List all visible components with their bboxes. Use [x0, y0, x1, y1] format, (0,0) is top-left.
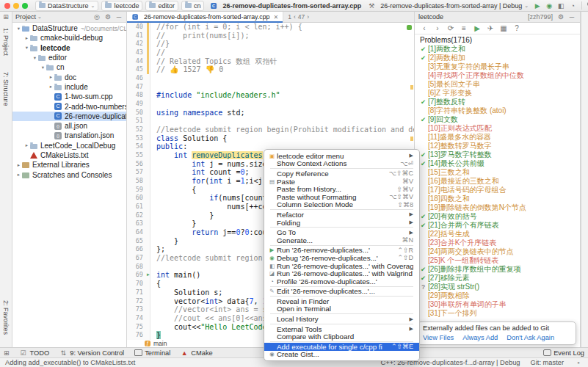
code-line[interactable]: 44// Related Topics 数组 双指针	[127, 57, 414, 66]
pick-random-icon[interactable]: ▦	[499, 24, 508, 33]
gutter[interactable]: 50	[127, 109, 150, 117]
expand-closed-icon[interactable]: ▸	[15, 162, 22, 168]
gutter[interactable]: 59	[127, 186, 150, 195]
tree-item[interactable]: CMakeLists.txt	[12, 150, 126, 160]
tree-item[interactable]: translation.json	[12, 131, 126, 140]
debug-icon[interactable]: ◉	[545, 1, 553, 10]
breadcrumb-item[interactable]: editor	[145, 1, 178, 11]
tree-item[interactable]: ▸External Libraries	[12, 160, 126, 170]
code-line[interactable]: 50using namespace std;	[127, 109, 414, 117]
gutter[interactable]: 73	[127, 305, 150, 314]
breadcrumb-function[interactable]: main	[153, 340, 167, 347]
problem-item[interactable]: [3]无重复字符的最长子串	[415, 62, 580, 71]
tree-item[interactable]: ▾editor	[12, 53, 126, 62]
problem-item[interactable]: ✔[20]有效的括号	[415, 212, 580, 221]
locate-icon[interactable]: ◎	[92, 12, 101, 21]
chevron-down-icon[interactable]: ⌄	[37, 14, 42, 20]
menu-item-compare-with-clipboard[interactable]: Compare with Clipboard	[264, 333, 419, 341]
run-icon[interactable]: ▶	[533, 1, 542, 10]
problem-item[interactable]: [30]串联所有单词的子串	[415, 300, 580, 309]
tree-item[interactable]: all.json	[12, 121, 126, 131]
breadcrumb-file[interactable]: 26-remove-duplicates-from-sorted-array.c…	[207, 1, 364, 10]
tree-item[interactable]: ▾cn	[12, 62, 126, 72]
bell-icon[interactable]: ●	[574, 358, 583, 367]
tool-window-button-9-version-control[interactable]: ⇅9: Version Control	[59, 349, 124, 357]
tool-window-switcher-icon[interactable]: ⊞	[0, 13, 12, 21]
problem-item[interactable]: [11]盛最多水的容器	[415, 133, 580, 142]
menu-item-create-gist[interactable]: ◉Create Gist...	[264, 351, 419, 359]
tree-item[interactable]: ▸include	[12, 82, 126, 92]
gutter[interactable]: 48	[127, 91, 150, 100]
code-line[interactable]: 47	[127, 83, 414, 92]
code-line[interactable]: 45// 👍 1527 👎 0	[127, 65, 414, 74]
menu-item-profile-26-remove-duplicates[interactable]: ◔Profile '26-remove-duplicates...'	[264, 277, 419, 286]
chevron-left-icon[interactable]: ‹	[294, 13, 296, 21]
code-line[interactable]: 51	[127, 117, 414, 126]
menu-item-show-context-actions[interactable]: Show Context Actions⌥⏎	[264, 160, 419, 168]
problem-item[interactable]: ✔[7]整数反转	[415, 98, 580, 106]
problem-item[interactable]: [6]Z 字形变换	[415, 89, 580, 98]
tree-item[interactable]: ▸LeetCode_LocalDebug	[12, 141, 126, 150]
problem-item[interactable]: [8]字符串转换整数 (atoi)	[415, 106, 580, 115]
menu-item-debug-26-remove-duplicates[interactable]: ◉Debug '26-remove-duplicates...'⌃⇧D	[264, 254, 419, 262]
hide-icon[interactable]: ─	[115, 12, 123, 21]
menu-item-column-selection-mode[interactable]: Column Selection Mode⇧⌘8	[264, 201, 419, 209]
gutter[interactable]: 58	[127, 177, 150, 186]
gutter[interactable]: 55	[127, 151, 150, 160]
code-line[interactable]: 42//}	[127, 40, 414, 48]
problem-item[interactable]: ✔[1]两数之和	[415, 45, 580, 54]
problem-item[interactable]: ✔[13]罗马数字转整数	[415, 150, 580, 159]
problem-item[interactable]: [31]下一个排列	[415, 309, 580, 318]
expand-closed-icon[interactable]: ▸	[48, 74, 54, 80]
run-config-selector[interactable]: 26-remove-duplicates-from-sorted-array |…	[380, 2, 529, 10]
gutter[interactable]: 43	[127, 48, 150, 57]
menu-item-run-26-remove-duplicates[interactable]: ▶Run '26-remove-duplicates...'⌃⇧R	[264, 247, 419, 255]
tool-window-button-structure[interactable]: 7: Structure	[2, 72, 10, 106]
menu-item-paste[interactable]: ▤Paste⌘V	[264, 178, 419, 186]
menu-item-add-executable-for-single-c-cpp-[interactable]: Add executable for single c/cpp file⌃⇧⌘E	[264, 343, 419, 351]
tree-item[interactable]: 2-add-two-numbers.cpp	[12, 101, 126, 111]
close-icon[interactable]: ✕	[273, 14, 278, 21]
gutter[interactable]: 72	[127, 297, 150, 306]
submit-icon[interactable]: ✈	[486, 24, 495, 33]
hide-icon[interactable]: ─	[567, 12, 576, 21]
gutter[interactable]: 53	[127, 134, 150, 143]
menu-item-run-26-remove-duplicates-with-co[interactable]: ◧Run '26-remove-duplicates...' with Cove…	[264, 262, 419, 270]
gutter[interactable]: 42	[127, 40, 150, 48]
inspections-ok-icon[interactable]	[407, 25, 412, 30]
code-line[interactable]: 48#include "include/headers.h"	[127, 91, 414, 100]
problem-item[interactable]: [10]正则表达式匹配	[415, 124, 580, 133]
gutter[interactable]: 64	[127, 228, 150, 237]
editor-tab[interactable]: 26-remove-duplicates-from-sorted-array.c…	[127, 12, 283, 23]
menu-item-external-tools[interactable]: External Tools▶	[264, 325, 419, 333]
menu-item-local-history[interactable]: Local History▶	[264, 315, 419, 323]
gutter[interactable]: 74	[127, 314, 150, 323]
problem-item[interactable]: [19]删除链表的倒数第N个节点	[415, 203, 580, 212]
gutter[interactable]: 61	[127, 203, 150, 211]
menu-item-copy-reference[interactable]: Copy Reference⌥⇧⌘C	[264, 170, 419, 178]
breadcrumb-project[interactable]: DataStructure ⌄	[35, 1, 98, 11]
menu-item-reveal-in-finder[interactable]: Reveal in Finder	[264, 297, 419, 305]
code-line[interactable]: 52//leetcode submit region begin(Prohibi…	[127, 126, 414, 134]
problem-item[interactable]: [17]电话号码的字母组合	[415, 186, 580, 195]
problem-item[interactable]: [16]最接近的三数之和	[415, 177, 580, 186]
problem-item[interactable]: ✔[14]最长公共前缀	[415, 159, 580, 168]
problem-item[interactable]: [4]寻找两个正序数组的中位数	[415, 71, 580, 80]
gutter[interactable]: 68	[127, 263, 150, 272]
problems-header[interactable]: Problems(1716)	[415, 34, 580, 45]
problem-item[interactable]: ✔[27]移除元素	[415, 274, 580, 283]
problem-item[interactable]: [18]四数之和	[415, 195, 580, 203]
gutter[interactable]: 51	[127, 117, 150, 126]
gutter[interactable]: 70	[127, 280, 150, 288]
notification-action-always-add[interactable]: Always Add	[462, 334, 498, 341]
code-line[interactable]: 41// print(nums[i]);	[127, 32, 414, 40]
tree-item[interactable]: ▾DataStructure~/Documents/CLionProj	[12, 23, 126, 33]
code-line[interactable]: 43//	[127, 48, 414, 57]
menu-item-folding[interactable]: Folding▶	[264, 219, 419, 227]
problem-item[interactable]: [23]合并K个升序链表	[415, 239, 580, 247]
menu-item-leetcode-editor-menu[interactable]: ▣leetcode editor menu▶	[264, 152, 419, 160]
menu-item-run-26-remove-duplicates-with-va[interactable]: ◪Run '26-remove-duplicates...' with Valg…	[264, 269, 419, 277]
tree-item[interactable]: 26-remove-duplicates-fro	[12, 112, 126, 121]
problem-item[interactable]: [22]括号生成	[415, 230, 580, 239]
expand-open-icon[interactable]: ▾	[40, 65, 46, 70]
